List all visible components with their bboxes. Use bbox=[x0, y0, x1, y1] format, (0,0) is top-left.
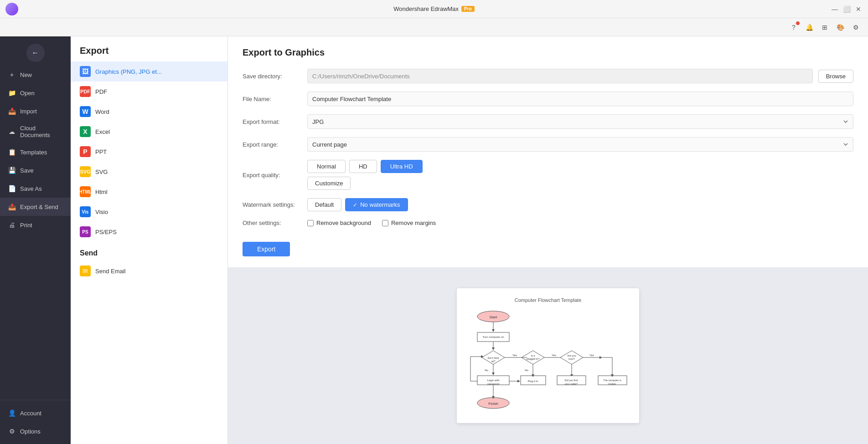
export-nav-html-label: Html bbox=[95, 189, 108, 195]
preview-title: Computer Flowchart Template bbox=[466, 297, 630, 303]
export-nav-pdf[interactable]: PDF PDF bbox=[71, 82, 227, 102]
svg-text:Turn computer on: Turn computer on bbox=[482, 336, 504, 338]
export-nav-pseps[interactable]: PS PS/EPS bbox=[71, 222, 227, 242]
export-nav-excel[interactable]: X Excel bbox=[71, 122, 227, 142]
export-nav-html[interactable]: HTML Html bbox=[71, 182, 227, 202]
browse-button[interactable]: Browse bbox=[818, 70, 853, 83]
account-icon: 👤 bbox=[7, 408, 16, 418]
svg-marker-38 bbox=[599, 356, 602, 359]
export-nav-visio-label: Visio bbox=[95, 209, 108, 215]
pdf-icon: PDF bbox=[80, 86, 91, 97]
export-nav-ppt[interactable]: P PPT bbox=[71, 142, 227, 162]
window-controls: — ⬜ ✕ bbox=[831, 5, 863, 13]
sidebar-item-print-label: Print bbox=[20, 222, 32, 229]
sidebar-item-import[interactable]: 📥 Import bbox=[0, 102, 71, 120]
export-panel: Export 🖼 Graphics (PNG, JPG et... PDF PD… bbox=[71, 36, 228, 444]
sidebar-item-open[interactable]: 📁 Open bbox=[0, 84, 71, 102]
print-icon: 🖨 bbox=[7, 220, 16, 230]
sidebar-item-new[interactable]: + New bbox=[0, 66, 71, 84]
remove-bg-input[interactable] bbox=[307, 220, 314, 226]
save-directory-input[interactable] bbox=[307, 69, 813, 83]
sidebar-item-templates-label: Templates bbox=[20, 149, 47, 156]
send-email-label: Send Email bbox=[95, 268, 125, 275]
other-settings-label: Other settings: bbox=[243, 219, 302, 226]
export-nav-graphics[interactable]: 🖼 Graphics (PNG, JPG et... bbox=[71, 61, 227, 82]
templates-icon: 📋 bbox=[7, 148, 16, 157]
remove-bg-label: Remove background bbox=[316, 219, 371, 226]
help-icon[interactable]: ? bbox=[789, 22, 799, 32]
svg-text:Are you: Are you bbox=[568, 354, 576, 357]
export-range-select[interactable]: Current page All pages Selected objects bbox=[307, 137, 853, 152]
sidebar-item-saveas[interactable]: 📄 Save As bbox=[0, 179, 71, 198]
export-format-label: Export format: bbox=[243, 118, 302, 125]
pseps-icon: PS bbox=[80, 226, 91, 237]
minimize-button[interactable]: — bbox=[831, 5, 839, 13]
sidebar-item-account-label: Account bbox=[20, 410, 41, 417]
quality-hd-button[interactable]: HD bbox=[349, 160, 377, 173]
export-nav-svg-label: SVG bbox=[95, 168, 108, 175]
svg-text:Plug it in: Plug it in bbox=[527, 380, 538, 383]
svg-text:No: No bbox=[525, 369, 528, 372]
remove-margins-label: Remove margins bbox=[391, 219, 436, 226]
open-icon: 📁 bbox=[7, 88, 16, 97]
email-icon: ✉ bbox=[80, 265, 91, 276]
back-button[interactable]: ← bbox=[26, 44, 45, 62]
save-icon: 💾 bbox=[7, 166, 16, 175]
close-button[interactable]: ✕ bbox=[854, 5, 863, 13]
svg-marker-3 bbox=[492, 329, 495, 332]
apps-icon[interactable]: ⊞ bbox=[820, 22, 830, 32]
other-settings-group: Remove background Remove margins bbox=[307, 219, 436, 226]
sidebar-item-save-label: Save bbox=[20, 167, 34, 174]
svg-text:The computer is: The computer is bbox=[603, 379, 621, 382]
sidebar-item-print[interactable]: 🖨 Print bbox=[0, 216, 71, 234]
pro-badge: Pro bbox=[461, 6, 475, 12]
sidebar-item-options-label: Options bbox=[20, 428, 41, 435]
watermark-group: Default ✓ No watermarks bbox=[307, 198, 408, 211]
graphics-icon: 🖼 bbox=[80, 66, 91, 77]
export-nav-word[interactable]: W Word bbox=[71, 102, 227, 122]
sidebar-item-account[interactable]: 👤 Account bbox=[0, 404, 71, 422]
file-name-input[interactable] bbox=[307, 92, 853, 106]
customize-button[interactable]: Customize bbox=[307, 177, 351, 190]
sidebar-item-export-label: Export & Send bbox=[20, 204, 58, 210]
quality-ultra-hd-button[interactable]: Ultra HD bbox=[381, 160, 423, 173]
notification-icon[interactable]: 🔔 bbox=[804, 22, 814, 32]
themes-icon[interactable]: 🎨 bbox=[835, 22, 845, 32]
app-title: Wondershare EdrawMax Pro bbox=[393, 5, 475, 12]
new-icon: + bbox=[7, 70, 16, 79]
checkmark-icon: ✓ bbox=[353, 202, 357, 208]
export-nav-svg[interactable]: SVG SVG bbox=[71, 162, 227, 182]
settings-icon[interactable]: ⚙ bbox=[851, 22, 861, 32]
remove-margins-input[interactable] bbox=[382, 220, 388, 226]
export-nav-visio[interactable]: Vis Visio bbox=[71, 202, 227, 222]
main-content: Export to Graphics Save directory: Brows… bbox=[228, 36, 868, 444]
svg-text:up?: up? bbox=[491, 360, 495, 362]
sidebar-item-save[interactable]: 💾 Save bbox=[0, 161, 71, 179]
watermark-row: Watermark settings: Default ✓ No waterma… bbox=[243, 198, 853, 211]
export-nav-ppt-label: PPT bbox=[95, 148, 107, 155]
cloud-icon: ☁ bbox=[7, 127, 16, 136]
excel-icon: X bbox=[80, 126, 91, 137]
quality-normal-button[interactable]: Normal bbox=[307, 160, 346, 173]
send-header: Send bbox=[71, 242, 227, 261]
toolbar: ? 🔔 ⊞ 🎨 ⚙ bbox=[0, 18, 868, 36]
sidebar-item-options[interactable]: ⚙ Options bbox=[0, 422, 71, 440]
watermark-no-button[interactable]: ✓ No watermarks bbox=[345, 198, 408, 211]
maximize-button[interactable]: ⬜ bbox=[842, 5, 851, 13]
svg-text:Did it boot: Did it boot bbox=[488, 357, 499, 359]
export-format-select[interactable]: JPG PNG BMP SVG TIFF GIF bbox=[307, 114, 853, 129]
sidebar-item-export[interactable]: 📤 Export & Send bbox=[0, 198, 71, 216]
export-nav-pseps-label: PS/EPS bbox=[95, 229, 117, 235]
export-button[interactable]: Export bbox=[243, 242, 290, 256]
export-form: Export to Graphics Save directory: Brows… bbox=[228, 36, 868, 267]
remove-bg-checkbox[interactable]: Remove background bbox=[307, 219, 371, 226]
remove-margins-checkbox[interactable]: Remove margins bbox=[382, 219, 436, 226]
send-email-item[interactable]: ✉ Send Email bbox=[71, 261, 227, 281]
svg-text:Is it: Is it bbox=[531, 354, 535, 357]
sidebar-item-templates[interactable]: 📋 Templates bbox=[0, 143, 71, 161]
svg-icon: SVG bbox=[80, 166, 91, 177]
watermark-default-button[interactable]: Default bbox=[307, 198, 341, 211]
flowchart-preview: Start Turn computer on Did it boot up? bbox=[466, 307, 630, 412]
sidebar-item-cloud[interactable]: ☁ Cloud Documents bbox=[0, 120, 71, 143]
svg-text:broken: broken bbox=[609, 383, 616, 385]
